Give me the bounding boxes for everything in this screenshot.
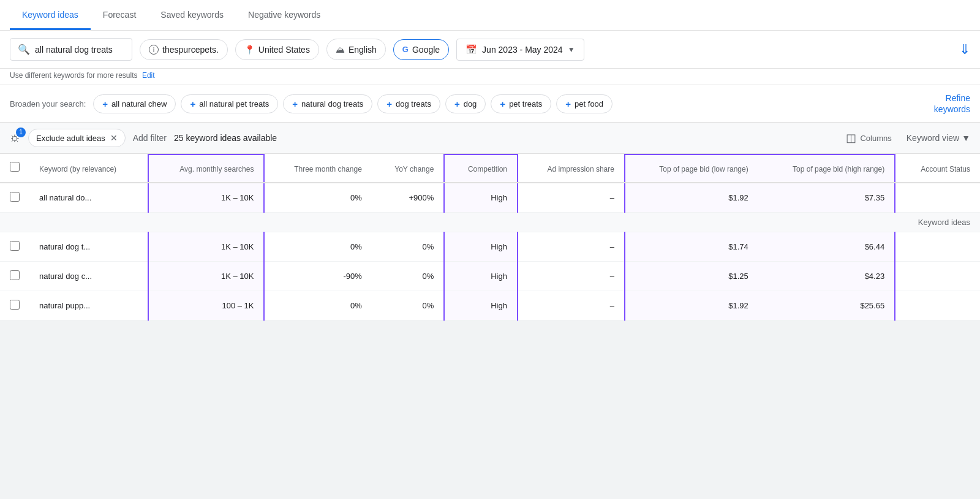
plus-icon-4: +	[454, 99, 460, 109]
avg-monthly-1: 1K – 10K	[148, 261, 264, 291]
broaden-chips: +all natural chew +all natural pet treat…	[93, 94, 921, 113]
location-chip[interactable]: 📍 United States	[235, 39, 319, 60]
bid-high-1: $4.23	[758, 261, 895, 291]
site-label: thespurcepets.	[162, 45, 219, 55]
keyword-cell-0: natural dog t...	[29, 232, 148, 261]
plus-icon-1: +	[190, 99, 195, 109]
row-checkbox-1[interactable]	[0, 261, 29, 291]
row-checkbox-2[interactable]	[0, 291, 29, 320]
yoy-change-1: 0%	[372, 261, 444, 291]
filter-bar: 🔍 all natural dog treats i thespurcepets…	[0, 31, 980, 69]
th-competition[interactable]: Competition	[444, 154, 518, 183]
th-ad-impression-share[interactable]: Ad impression share	[518, 154, 625, 183]
avg-monthly-2: 100 – 1K	[148, 291, 264, 320]
keywords-table: Keyword (by relevance) Avg. monthly sear…	[0, 154, 980, 321]
checkbox-0[interactable]	[10, 241, 20, 251]
section-label-cell: Keyword ideas	[0, 212, 980, 232]
competition-2: High	[444, 291, 518, 320]
network-chip[interactable]: G Google	[393, 39, 449, 60]
checkbox-2[interactable]	[10, 300, 20, 310]
th-avg-monthly[interactable]: Avg. monthly searches	[148, 154, 264, 183]
th-top-page-bid-low[interactable]: Top of page bid (low range)	[625, 154, 758, 183]
refine-keywords-button[interactable]: Refine keywords	[921, 93, 970, 115]
plus-icon-0: +	[102, 99, 108, 109]
select-all-header[interactable]	[0, 154, 29, 183]
competition-1: High	[444, 261, 518, 291]
search-term: all natural dog treats	[35, 45, 113, 55]
main-competition: High	[444, 183, 518, 213]
bid-low-1: $1.25	[625, 261, 758, 291]
three-month-0: 0%	[264, 232, 371, 261]
main-keyword-row: all natural do... 1K – 10K 0% +900% High…	[0, 183, 980, 213]
row-checkbox-0[interactable]	[0, 232, 29, 261]
main-keyword-cell: all natural do...	[29, 183, 148, 213]
translate-icon: ⛰	[336, 44, 345, 55]
main-avg-monthly: 1K – 10K	[148, 183, 264, 213]
competition-0: High	[444, 232, 518, 261]
tab-keyword-ideas[interactable]: Keyword ideas	[10, 0, 91, 30]
main-account-status	[895, 183, 980, 213]
main-yoy-change: +900%	[372, 183, 444, 213]
broaden-chip-4[interactable]: +dog	[445, 94, 486, 113]
filter-icon-button[interactable]: ⛭ 1	[10, 131, 21, 145]
broaden-chip-label-4: dog	[464, 99, 477, 109]
filter-badge: 1	[16, 128, 26, 137]
bid-low-0: $1.74	[625, 232, 758, 261]
broaden-chip-2[interactable]: +natural dog treats	[283, 94, 372, 113]
broaden-chip-0[interactable]: +all natural chew	[93, 94, 176, 113]
download-icon: ⇓	[959, 42, 970, 57]
add-filter-button[interactable]: Add filter	[133, 133, 167, 143]
exclude-label: Exclude adult ideas	[36, 134, 105, 143]
three-month-2: 0%	[264, 291, 371, 320]
plus-icon-2: +	[292, 99, 298, 109]
three-month-1: -90%	[264, 261, 371, 291]
keyword-view-button[interactable]: Keyword view ▼	[907, 133, 970, 143]
search-icon: 🔍	[18, 44, 30, 55]
main-bid-high: $7.35	[758, 183, 895, 213]
date-chip[interactable]: 📅 Jun 2023 - May 2024 ▼	[456, 39, 584, 61]
th-keyword[interactable]: Keyword (by relevance)	[29, 154, 148, 183]
search-box[interactable]: 🔍 all natural dog treats	[10, 38, 132, 61]
main-ad-impression: –	[518, 183, 625, 213]
keyword-row-1: natural dog c... 1K – 10K -90% 0% High –…	[0, 261, 980, 291]
account-status-0	[895, 232, 980, 261]
checkbox-main[interactable]	[10, 192, 20, 202]
exclude-adult-chip[interactable]: Exclude adult ideas ✕	[28, 129, 126, 147]
info-icon: i	[149, 45, 159, 55]
row-checkbox-main[interactable]	[0, 183, 29, 213]
yoy-change-2: 0%	[372, 291, 444, 320]
th-yoy-change[interactable]: YoY change	[372, 154, 444, 183]
close-icon[interactable]: ✕	[110, 133, 118, 143]
broaden-chip-3[interactable]: +dog treats	[377, 94, 440, 113]
chevron-down-icon: ▼	[962, 133, 970, 143]
download-button[interactable]: ⇓	[959, 42, 970, 58]
th-top-page-bid-high[interactable]: Top of page bid (high range)	[758, 154, 895, 183]
location-label: United States	[258, 45, 310, 55]
top-nav: Keyword ideas Forecast Saved keywords Ne…	[0, 0, 980, 31]
chevron-down-icon: ▼	[568, 45, 575, 54]
select-all-checkbox[interactable]	[10, 162, 20, 172]
broaden-chip-1[interactable]: +all natural pet treats	[181, 94, 278, 113]
checkbox-1[interactable]	[10, 270, 20, 280]
language-chip[interactable]: ⛰ English	[326, 39, 386, 60]
bid-high-2: $25.65	[758, 291, 895, 320]
edit-link[interactable]: Edit	[142, 71, 155, 80]
keyword-cell-1: natural dog c...	[29, 261, 148, 291]
yoy-change-0: 0%	[372, 232, 444, 261]
site-chip[interactable]: i thespurcepets.	[140, 39, 228, 60]
section-label-row: Keyword ideas	[0, 212, 980, 232]
broaden-chip-label-2: natural dog treats	[301, 99, 363, 109]
broaden-chip-5[interactable]: +pet treats	[491, 94, 551, 113]
tab-negative-keywords[interactable]: Negative keywords	[236, 0, 333, 30]
th-account-status[interactable]: Account Status	[895, 154, 980, 183]
broaden-chip-6[interactable]: +pet food	[556, 94, 612, 113]
plus-icon-5: +	[500, 99, 505, 109]
columns-button[interactable]: ◫ Columns	[846, 131, 891, 145]
broaden-chip-label-5: pet treats	[509, 99, 542, 109]
plus-icon-6: +	[565, 99, 571, 109]
tab-saved-keywords[interactable]: Saved keywords	[148, 0, 236, 30]
keyword-row-2: natural pupp... 100 – 1K 0% 0% High – $1…	[0, 291, 980, 320]
th-three-month[interactable]: Three month change	[264, 154, 371, 183]
location-icon: 📍	[244, 45, 255, 55]
tab-forecast[interactable]: Forecast	[91, 0, 148, 30]
